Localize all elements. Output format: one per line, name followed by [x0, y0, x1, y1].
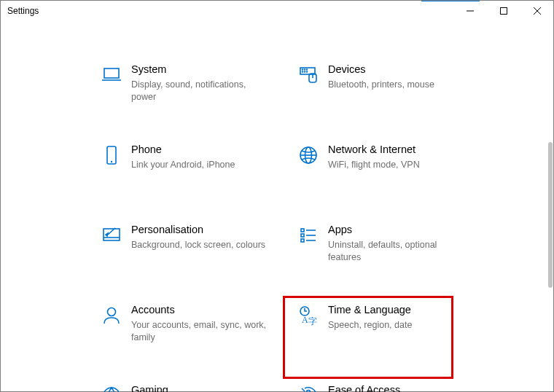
tile-subtitle: Display, sound, notifications, power	[131, 79, 271, 104]
paintbrush-icon	[99, 223, 124, 248]
close-icon	[534, 7, 541, 15]
gaming-icon	[99, 383, 124, 392]
title-bar: Settings	[0, 0, 554, 22]
minimize-button[interactable]	[453, 0, 487, 22]
svg-rect-4	[104, 68, 119, 78]
tile-subtitle: Speech, region, date	[328, 319, 439, 332]
svg-rect-25	[301, 239, 304, 242]
svg-text:A: A	[302, 315, 308, 325]
apps-list-icon	[296, 223, 321, 248]
devices-icon	[296, 63, 321, 87]
svg-rect-23	[301, 234, 304, 237]
vertical-scrollbar[interactable]	[548, 142, 553, 288]
category-tile-devices[interactable]: Devices Bluetooth, printers, mouse	[284, 57, 452, 137]
category-tile-apps[interactable]: Apps Uninstall, defaults, optional featu…	[284, 217, 452, 297]
tile-title: Gaming	[131, 383, 271, 392]
globe-icon	[296, 143, 321, 168]
tile-subtitle: Bluetooth, printers, mouse	[328, 79, 439, 92]
tile-title: Time & Language	[328, 303, 439, 318]
svg-rect-1	[501, 8, 507, 15]
tile-subtitle: Uninstall, defaults, optional features	[328, 239, 439, 264]
svg-point-15	[111, 161, 112, 162]
category-tile-network[interactable]: Network & Internet WiFi, flight mode, VP…	[284, 137, 452, 217]
svg-text:字: 字	[308, 316, 317, 326]
minimize-icon	[467, 7, 474, 15]
category-tile-accounts[interactable]: Accounts Your accounts, email, sync, wor…	[87, 297, 284, 377]
ease-of-access-icon	[296, 383, 321, 392]
settings-categories-grid: System Display, sound, notifications, po…	[87, 57, 452, 392]
maximize-button[interactable]	[487, 0, 520, 22]
tile-title: Personalisation	[131, 223, 271, 238]
category-tile-ease-of-access[interactable]: Ease of Access	[284, 377, 452, 392]
svg-point-27	[108, 308, 116, 316]
svg-point-9	[303, 71, 303, 72]
category-tile-phone[interactable]: Phone Link your Android, iPhone	[87, 137, 284, 217]
tile-title: Network & Internet	[328, 143, 439, 157]
tile-title: System	[131, 63, 271, 77]
person-icon	[99, 303, 124, 328]
tile-title: Devices	[328, 63, 439, 77]
category-tile-personalisation[interactable]: Personalisation Background, lock screen,…	[87, 217, 284, 297]
category-tile-time-language[interactable]: A 字 Time & Language Speech, region, date	[284, 297, 452, 377]
svg-point-8	[307, 69, 308, 70]
phone-icon	[99, 143, 124, 168]
tile-subtitle: Background, lock screen, colours	[131, 239, 271, 252]
svg-rect-21	[301, 229, 304, 232]
window-title: Settings	[7, 6, 39, 16]
tile-title: Apps	[328, 223, 439, 238]
settings-content: System Display, sound, notifications, po…	[0, 22, 554, 392]
svg-point-6	[303, 69, 303, 70]
tile-subtitle: Link your Android, iPhone	[131, 159, 271, 172]
svg-point-10	[305, 71, 305, 72]
tile-title: Phone	[131, 143, 271, 157]
close-button[interactable]	[520, 0, 554, 22]
svg-point-7	[305, 69, 305, 70]
category-tile-system[interactable]: System Display, sound, notifications, po…	[87, 57, 284, 137]
category-tile-gaming[interactable]: Gaming	[87, 377, 284, 392]
svg-point-11	[307, 71, 308, 72]
tile-title: Accounts	[131, 303, 271, 318]
laptop-icon	[99, 63, 124, 87]
time-language-icon: A 字	[296, 303, 321, 328]
tile-title: Ease of Access	[328, 383, 439, 392]
window-controls	[453, 0, 554, 22]
maximize-icon	[500, 7, 507, 15]
tile-subtitle: Your accounts, email, sync, work, family	[131, 319, 271, 345]
tile-subtitle: WiFi, flight mode, VPN	[328, 159, 439, 172]
